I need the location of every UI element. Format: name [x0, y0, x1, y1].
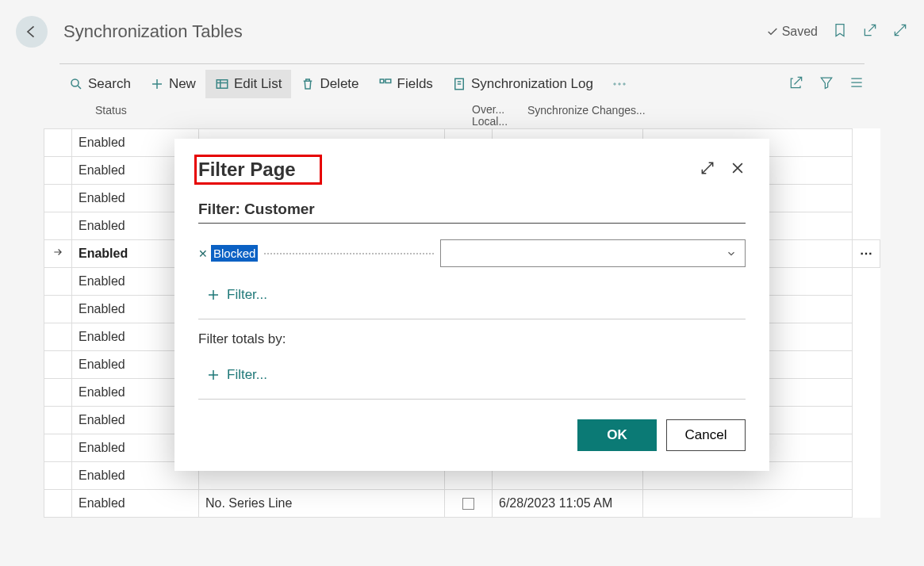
row-indicator [44, 378, 72, 406]
saved-label: Saved [782, 25, 818, 39]
row-indicator [44, 461, 72, 489]
share-icon[interactable] [788, 75, 804, 94]
chevron-down-icon [726, 248, 737, 259]
cell-rest [643, 489, 853, 517]
cancel-button[interactable]: Cancel [666, 419, 746, 451]
filter-value-dropdown[interactable] [440, 239, 746, 267]
edit-list-label: Edit List [234, 76, 282, 92]
row-indicator [44, 323, 72, 350]
delete-button[interactable]: Delete [291, 70, 368, 98]
svg-point-0 [71, 79, 79, 86]
row-menu-button[interactable]: ⋯ [853, 239, 880, 267]
edit-list-button[interactable]: Edit List [205, 70, 291, 98]
add-filter-label: Filter... [227, 287, 267, 303]
divider-dots [264, 253, 434, 254]
svg-point-7 [623, 83, 625, 85]
dialog-close-icon[interactable] [730, 160, 746, 179]
svg-rect-2 [380, 79, 384, 83]
expand-icon[interactable] [892, 22, 908, 41]
filter-section-title: Filter: Customer [198, 201, 746, 224]
svg-rect-1 [217, 80, 228, 89]
cell-status: Enabled [72, 489, 199, 517]
row-indicator [44, 434, 72, 461]
filter-icon[interactable] [819, 75, 834, 94]
svg-point-6 [619, 83, 620, 85]
new-button[interactable]: New [140, 70, 205, 98]
filter-field-label[interactable]: Blocked [211, 245, 258, 262]
bookmark-icon[interactable] [832, 22, 848, 41]
cell-sync: 6/28/2023 11:05 AM [493, 489, 643, 517]
row-indicator [44, 184, 72, 212]
svg-rect-3 [385, 79, 391, 83]
add-filter-button[interactable]: Filter... [206, 287, 746, 303]
fields-label: Fields [397, 76, 433, 92]
svg-point-5 [614, 83, 615, 85]
add-totals-filter-button[interactable]: Filter... [206, 367, 746, 383]
check-icon [766, 25, 779, 38]
more-button[interactable] [603, 75, 636, 93]
new-label: New [169, 76, 196, 92]
col-status: Status [95, 104, 206, 128]
search-label: Search [88, 76, 131, 92]
search-button[interactable]: Search [59, 70, 140, 98]
popout-icon[interactable] [862, 22, 878, 41]
ok-button[interactable]: OK [577, 419, 657, 451]
row-indicator [44, 489, 72, 517]
back-button[interactable] [16, 16, 48, 48]
sync-log-label: Synchronization Log [471, 76, 593, 92]
delete-label: Delete [320, 76, 358, 92]
list-view-icon[interactable] [849, 75, 865, 94]
cell-override[interactable] [445, 489, 493, 517]
filter-totals-label: Filter totals by: [198, 331, 746, 347]
row-indicator [44, 156, 72, 184]
row-indicator [44, 295, 72, 323]
dialog-expand-icon[interactable] [700, 160, 715, 179]
cell-name: No. Series Line [199, 489, 445, 517]
row-indicator [44, 406, 72, 434]
row-indicator [44, 267, 72, 295]
page-title: Synchronization Tables [63, 21, 766, 42]
fields-button[interactable]: Fields [369, 70, 443, 98]
row-indicator [44, 239, 72, 267]
row-indicator [44, 128, 72, 156]
row-indicator [44, 350, 72, 378]
filter-page-dialog: Filter Page Filter: Customer ✕ Blocked F… [174, 139, 769, 471]
col-sync: Synchronize Changes... [527, 104, 646, 128]
row-indicator [44, 212, 72, 239]
remove-filter-icon[interactable]: ✕ [198, 247, 208, 260]
add-totals-filter-label: Filter... [227, 367, 267, 383]
dialog-title: Filter Page [198, 159, 296, 180]
table-row[interactable]: EnabledNo. Series Line6/28/2023 11:05 AM [44, 489, 880, 517]
col-over: Over... Local... [472, 104, 516, 128]
sync-log-button[interactable]: Synchronization Log [443, 70, 603, 98]
